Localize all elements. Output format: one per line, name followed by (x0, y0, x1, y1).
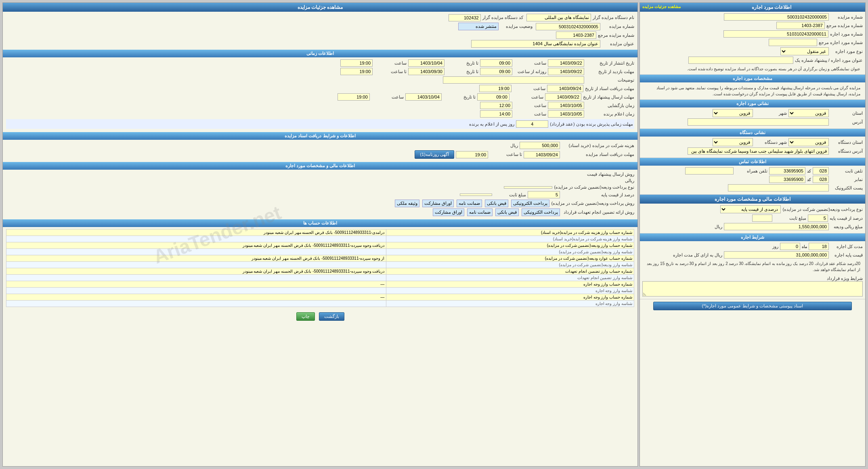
left-financial-title: اطلاعات مالی و مشخصات مورد اجاره (715, 196, 790, 202)
mobile-input[interactable] (685, 167, 734, 175)
org-value: نمایشگاه های بین المللی (526, 14, 591, 21)
province-select[interactable]: قزوین (788, 109, 829, 117)
publish-start-label: تاریخ انتشار از تاریخ (586, 61, 634, 66)
offer-send-start-time: 09:00 (477, 93, 509, 101)
device-province-label: استان دستگاه (830, 140, 863, 145)
left-panel-link[interactable]: مشاهده جزئیات مزایده (642, 4, 681, 9)
notes-label: توضیحات (586, 78, 634, 83)
payment-method-guarantee: ضمانت نامه (457, 200, 482, 207)
device-city-select[interactable]: قزوین (713, 138, 753, 146)
type-select[interactable]: غیر منقول (780, 47, 829, 55)
account-value-left-2 (6, 262, 386, 268)
payment-method-bonds: اوراق مشارکت (422, 200, 454, 207)
device-address-input[interactable] (688, 147, 829, 155)
deposit-currency: ریال (690, 224, 722, 229)
fee-currency: ریال (486, 143, 518, 148)
base-price-input[interactable] (724, 251, 829, 259)
account-title-left-3: شناسه وارز تضمین انجام تعهدات (386, 275, 634, 281)
doc-receive-label: مهلت دریافت اسناد از تاریخ (585, 86, 634, 91)
purchase-end-label: تا تاریخ (446, 69, 478, 74)
purchase-end-time-label: تا ساعت (374, 69, 407, 74)
publish-start-time: 09:00 (480, 59, 512, 67)
account-row-4: شماره حساب وارز وجه اجاره — (6, 281, 634, 288)
right-panel-title: مشاهده جزئیات مزایده (298, 4, 343, 10)
auction-number-input[interactable] (724, 13, 829, 21)
account-value-right-0: درامدی-5009111248933311- بانک قرض الحسنه… (6, 229, 386, 236)
publish-start-time-label: ساعت (514, 61, 546, 66)
back-button[interactable]: بازگشت (319, 312, 344, 321)
deposit-percent-input[interactable] (808, 215, 828, 222)
ref-lease-input[interactable] (769, 39, 817, 46)
title-input[interactable] (688, 57, 793, 64)
financial-title: اطلاعات و شرایط دریافت اسناد مزایده (285, 133, 355, 138)
doc-receive-start-date: 1403/09/24 (547, 85, 583, 92)
account-row-1: شماره حساب وارز ودیعه(تضمین شرکت در مزای… (6, 242, 634, 249)
doc-deadline-date: 1403/09/24 (524, 151, 560, 158)
city-select[interactable]: قزوین (713, 109, 753, 117)
winner-time: 14:00 (480, 110, 512, 118)
duration-day-input[interactable] (780, 243, 800, 250)
special-conditions-label: شرایط ویژه قرارداد (827, 276, 863, 281)
deposit-method-label: روش پرداخت ودیعه(تضمین شرکت در مزایده) (551, 201, 634, 206)
print-button[interactable]: چاپ (296, 312, 315, 321)
code-label: کد دستگاه مزایده گزار (482, 15, 523, 20)
contract-days-unit: روز پس از اعلام به برنده (469, 122, 514, 127)
duration-unit: روز (746, 244, 778, 249)
offer-send-start-time-label: ساعت (511, 95, 543, 100)
duration-month-input[interactable] (809, 243, 829, 250)
phone-code-input[interactable] (813, 167, 829, 175)
offer-send-end-time-label: ساعت (371, 95, 404, 100)
ref-number-input[interactable] (776, 22, 825, 29)
account-row-3: شماره حساب وارز تضمین انجام تعهدات دریاف… (6, 268, 634, 275)
purchase-start-time: 09:00 (480, 68, 512, 75)
r-status-label: وضعیت مزایده (500, 24, 533, 29)
deposit-amount-input[interactable] (724, 223, 829, 230)
address-input[interactable] (688, 118, 829, 126)
r-status-value: منتشر شده (458, 23, 499, 30)
notes-value (443, 76, 584, 84)
deposit-label: نوع پرداخت ودیعه(تضمین شرکت در مزایده) (782, 207, 863, 212)
account-title-left-2: شناسه وارز ودیعه(تضمین شرکت در مزایده) (386, 262, 634, 268)
phone-number-input[interactable] (769, 167, 805, 175)
lease-specs-text: مزایده گران می بایست در مرحله ارسال پیشن… (642, 84, 863, 98)
email-input[interactable] (728, 184, 829, 191)
account-title-right-2: شماره حساب عوارد ودیعه(تضمین شرکت در مزا… (386, 255, 634, 262)
opening-time: 12:00 (480, 102, 512, 109)
account-value-right-3: دریافت وجوه سپرده-5009111248933311- بانک… (6, 268, 386, 275)
lease-financial-header: اطلاعات مالی و مشخصات مورد اجاره (3, 162, 637, 170)
deposit-option-select[interactable]: درصدی از قیمت پایه (720, 205, 781, 213)
fax-code-input[interactable] (813, 176, 829, 183)
account-value-right-5: — (6, 294, 386, 301)
type-label: نوع مورد اجاره (830, 49, 863, 54)
payment-method-property: وثیقه ملکی (395, 200, 419, 207)
account-title-right-0: شماره حساب وارز هزینه شرکت در مزایده(خری… (386, 229, 634, 236)
ref-number-label: شماره مزایده مرجع (826, 23, 863, 28)
left-panel: مشاهده جزئیات مزایده اطلاعات مورد اجاره … (639, 2, 866, 467)
accounts-header: اطلاعات حساب ها (3, 219, 637, 227)
r-auction-number-value: 5003102432000005 (536, 23, 600, 30)
account-value-left-5 (6, 301, 386, 307)
r-ref-value: 1403-2387 (556, 32, 596, 39)
right-panel: مشاهده جزئیات مزایده نام دستگاه مزایده گ… (2, 2, 638, 467)
accounts-table: شماره حساب وارز هزینه شرکت در مزایده(خری… (6, 229, 634, 307)
contact-header: اطلاعات تماس (640, 158, 865, 166)
doc-deadline-time: 19:00 (456, 151, 488, 158)
announcement-button[interactable]: آگهی روزنامه(1) (415, 150, 454, 159)
r-deposit-percent-value: 5 (528, 191, 560, 198)
fixed-amount-input[interactable] (752, 215, 772, 222)
financial-section-header: اطلاعات و شرایط دریافت اسناد مزایده (3, 132, 637, 140)
lease-number-input[interactable] (723, 30, 828, 38)
device-province-select[interactable]: قزوین (788, 138, 829, 146)
r-auction-number-label: شماره مزایده (602, 24, 634, 29)
download-button[interactable]: اسناد پیوستی مشخصات و شرایط عمومی مورد ا… (653, 302, 851, 310)
winner-label: زمان اعلام برنده (586, 111, 634, 117)
r-title-value: عنوان مزایده نمایشگاهی سال 1404 (471, 40, 600, 48)
account-row-label-4: شناسه وارز وجه اجاره (6, 288, 634, 294)
publish-end-time-label: ساعت (374, 61, 407, 66)
offer-send-start-date: 1403/09/22 (545, 93, 581, 101)
special-conditions-textarea[interactable] (642, 281, 863, 297)
lease-specs-header: مشخصات مورد اجاره (640, 75, 865, 82)
fax-number-input[interactable] (769, 176, 805, 183)
account-value-left-0 (6, 236, 386, 242)
time-section-header: اطلاعات زمانی (3, 50, 637, 57)
